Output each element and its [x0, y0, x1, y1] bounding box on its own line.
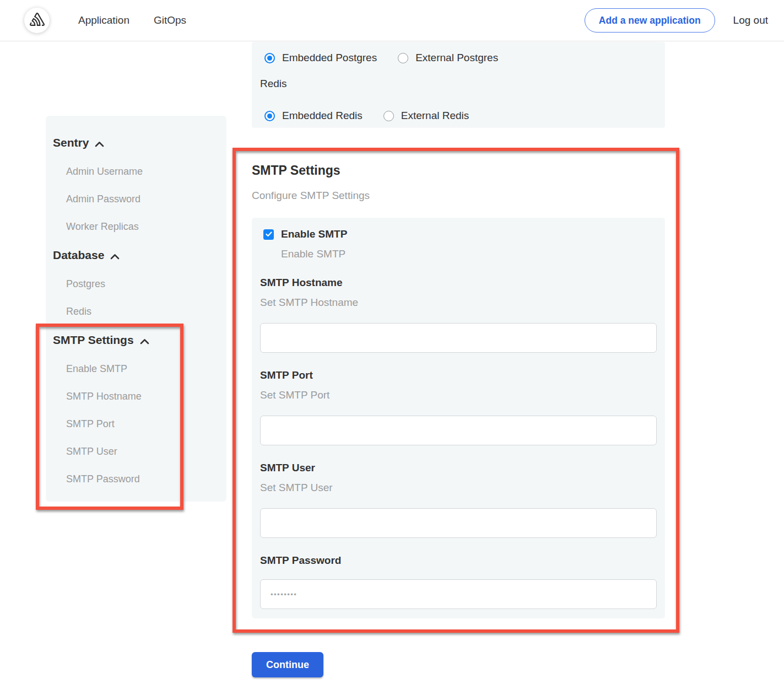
smtp-user-label: SMTP User — [260, 462, 657, 474]
sidebar-group-label: SMTP Settings — [53, 333, 134, 347]
chevron-up-icon — [110, 249, 120, 262]
radio-label: External Postgres — [415, 52, 498, 64]
smtp-port-help-text: Set SMTP Port — [260, 389, 657, 401]
smtp-form-panel: Enable SMTP Enable SMTP SMTP Hostname Se… — [252, 218, 665, 618]
redis-radio-group: Embedded Redis External Redis — [264, 109, 665, 122]
radio-label: Embedded Redis — [282, 110, 363, 122]
radio-external-postgres[interactable]: External Postgres — [398, 52, 498, 64]
radio-label: External Redis — [401, 110, 469, 122]
smtp-password-input[interactable] — [260, 579, 657, 609]
navbar: Application GitOps Add a new application… — [0, 0, 784, 41]
enable-smtp-help-text: Enable SMTP — [281, 248, 657, 260]
smtp-hostname-label: SMTP Hostname — [260, 277, 657, 289]
smtp-hostname-input[interactable] — [260, 323, 657, 353]
sidebar-item-admin-password[interactable]: Admin Password — [46, 185, 226, 213]
chevron-up-icon — [140, 334, 149, 347]
database-config-panel: Embedded Postgres External Postgres Redi… — [252, 42, 665, 128]
sidebar-group-label: Database — [53, 249, 104, 262]
chevron-up-icon — [95, 137, 104, 150]
continue-button[interactable]: Continue — [252, 652, 323, 677]
smtp-user-input[interactable] — [260, 508, 657, 538]
radio-embedded-postgres[interactable]: Embedded Postgres — [264, 52, 377, 64]
sidebar-item-worker-replicas[interactable]: Worker Replicas — [46, 213, 226, 240]
logout-link[interactable]: Log out — [733, 14, 768, 26]
radio-button-icon[interactable] — [383, 111, 394, 121]
smtp-section-title: SMTP Settings — [252, 163, 340, 178]
sentry-logo-icon — [30, 13, 45, 28]
smtp-password-field-group: SMTP Password — [260, 554, 657, 609]
nav-link-application[interactable]: Application — [78, 14, 129, 26]
sidebar-item-smtp-password[interactable]: SMTP Password — [46, 465, 226, 493]
sidebar-item-postgres[interactable]: Postgres — [46, 270, 226, 298]
sidebar-item-enable-smtp[interactable]: Enable SMTP — [46, 355, 226, 383]
config-page: Application GitOps Add a new application… — [0, 0, 784, 700]
enable-smtp-label: Enable SMTP — [281, 228, 347, 240]
postgres-radio-group: Embedded Postgres External Postgres — [264, 51, 665, 64]
redis-section-heading: Redis — [260, 78, 665, 90]
radio-external-redis[interactable]: External Redis — [383, 110, 469, 122]
sidebar-item-smtp-hostname[interactable]: SMTP Hostname — [46, 383, 226, 410]
sidebar-group-database[interactable]: Database — [46, 240, 226, 270]
sidebar-item-admin-username[interactable]: Admin Username — [46, 158, 226, 185]
smtp-user-help-text: Set SMTP User — [260, 482, 657, 494]
radio-button-icon[interactable] — [264, 111, 275, 121]
sidebar-item-smtp-user[interactable]: SMTP User — [46, 438, 226, 465]
config-sidebar: Sentry Admin Username Admin Password Wor… — [46, 116, 226, 502]
radio-embedded-redis[interactable]: Embedded Redis — [264, 110, 363, 122]
smtp-user-field-group: SMTP User Set SMTP User — [260, 462, 657, 538]
smtp-port-input[interactable] — [260, 416, 657, 445]
checkmark-icon — [266, 231, 272, 237]
sidebar-item-smtp-port[interactable]: SMTP Port — [46, 410, 226, 438]
add-new-application-button[interactable]: Add a new application — [585, 8, 715, 33]
smtp-password-label: SMTP Password — [260, 554, 657, 567]
enable-smtp-checkbox-row[interactable]: Enable SMTP — [263, 228, 657, 241]
smtp-port-field-group: SMTP Port Set SMTP Port — [260, 369, 657, 445]
radio-label: Embedded Postgres — [282, 52, 377, 64]
smtp-section-subtitle: Configure SMTP Settings — [252, 190, 370, 202]
radio-button-icon[interactable] — [398, 53, 408, 63]
sidebar-group-label: Sentry — [53, 136, 89, 149]
radio-button-icon[interactable] — [264, 53, 275, 63]
sidebar-group-sentry[interactable]: Sentry — [46, 128, 226, 158]
smtp-hostname-help-text: Set SMTP Hostname — [260, 297, 657, 309]
sidebar-item-redis[interactable]: Redis — [46, 298, 226, 325]
checkbox-checked-icon[interactable] — [263, 229, 274, 240]
smtp-hostname-field-group: SMTP Hostname Set SMTP Hostname — [260, 277, 657, 353]
smtp-port-label: SMTP Port — [260, 369, 657, 381]
nav-link-gitops[interactable]: GitOps — [154, 14, 186, 26]
app-logo[interactable] — [24, 8, 50, 33]
sidebar-group-smtp-settings[interactable]: SMTP Settings — [46, 325, 226, 355]
